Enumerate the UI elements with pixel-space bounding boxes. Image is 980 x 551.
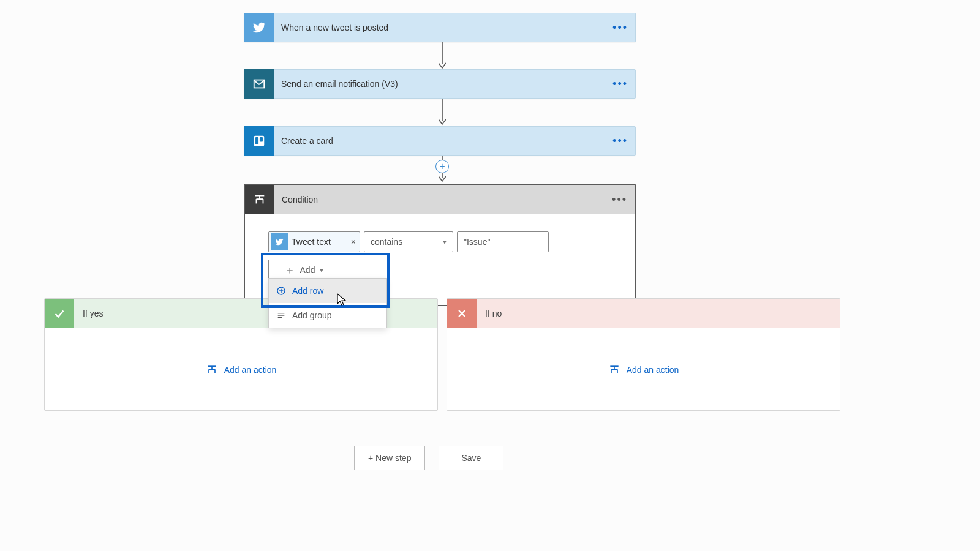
if-no-header[interactable]: If no	[447, 299, 840, 328]
operator-label: contains	[371, 237, 402, 247]
check-icon	[45, 299, 74, 328]
add-action-label: Add an action	[627, 365, 679, 375]
flow-arrow	[439, 99, 446, 126]
new-step-button[interactable]: + New step	[354, 446, 425, 470]
condition-header[interactable]: Condition •••	[245, 185, 635, 214]
trello-step-title: Create a card	[281, 136, 612, 146]
flow-canvas: When a new tweet is posted ••• Send an e…	[0, 0, 980, 551]
step-menu-button[interactable]: •••	[612, 135, 628, 148]
svg-rect-4	[255, 137, 258, 144]
add-dropdown: Add row Add group	[268, 278, 387, 328]
condition-icon	[245, 185, 274, 214]
trello-step-card[interactable]: Create a card •••	[244, 126, 636, 156]
step-menu-button[interactable]: •••	[612, 193, 627, 206]
condition-left-value[interactable]: Tweet text ×	[268, 231, 360, 252]
pill-remove-button[interactable]: ×	[351, 237, 356, 247]
condition-value-text: "Issue"	[464, 237, 490, 247]
twitter-icon	[244, 13, 274, 42]
add-group-label: Add group	[292, 310, 332, 320]
trigger-step-card[interactable]: When a new tweet is posted •••	[244, 13, 636, 42]
close-icon	[447, 299, 477, 328]
footer-buttons: + New step Save	[354, 446, 503, 470]
add-action-yes[interactable]: Add an action	[45, 328, 437, 411]
if-yes-title: If yes	[83, 309, 103, 318]
add-label: Add	[300, 265, 315, 275]
plus-icon: ＋	[284, 263, 295, 277]
add-row-label: Add row	[292, 286, 323, 296]
save-label: Save	[461, 453, 481, 463]
flow-arrow	[439, 42, 446, 69]
action-icon	[206, 364, 218, 376]
condition-right-value[interactable]: "Issue"	[457, 231, 549, 252]
add-action-label: Add an action	[224, 365, 277, 375]
email-step-card[interactable]: Send an email notification (V3) •••	[244, 69, 636, 99]
add-row-item[interactable]: Add row	[269, 279, 386, 303]
list-icon	[276, 310, 286, 320]
trello-icon	[244, 126, 274, 156]
save-button[interactable]: Save	[439, 446, 503, 470]
if-no-branch: If no Add an action	[447, 298, 840, 411]
if-no-title: If no	[485, 309, 502, 318]
insert-step-button[interactable]: +	[435, 160, 449, 173]
condition-title: Condition	[282, 195, 612, 204]
email-step-title: Send an email notification (V3)	[281, 79, 612, 89]
add-group-item[interactable]: Add group	[269, 303, 386, 328]
twitter-icon	[271, 233, 288, 250]
action-icon	[608, 364, 620, 376]
new-step-label: + New step	[368, 453, 411, 463]
mail-icon	[244, 69, 274, 99]
pill-label: Tweet text	[292, 237, 347, 247]
condition-rule-row: Tweet text × contains ▾ "Issue"	[268, 231, 611, 252]
plus-circle-icon	[276, 286, 286, 296]
step-menu-button[interactable]: •••	[612, 78, 628, 91]
chevron-down-icon: ▾	[320, 266, 323, 274]
condition-operator-select[interactable]: contains ▾	[364, 231, 453, 252]
step-menu-button[interactable]: •••	[612, 21, 628, 34]
add-action-no[interactable]: Add an action	[447, 328, 840, 411]
trigger-step-title: When a new tweet is posted	[281, 23, 612, 32]
add-condition-button[interactable]: ＋ Add ▾	[268, 260, 339, 280]
svg-rect-5	[260, 137, 263, 141]
chevron-down-icon: ▾	[443, 238, 447, 246]
